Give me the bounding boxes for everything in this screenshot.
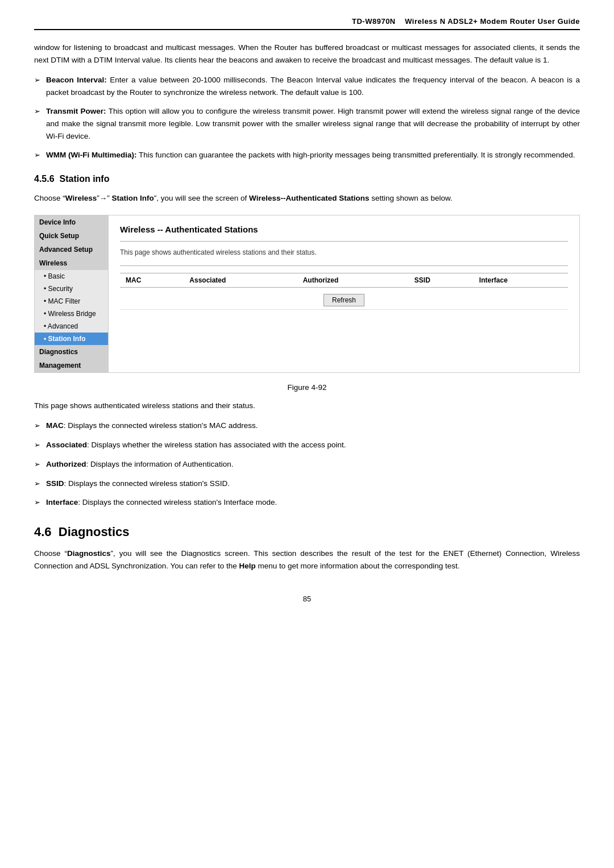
bullet-ssid-label: SSID xyxy=(46,479,64,488)
figure-caption: Figure 4-92 xyxy=(34,383,580,392)
sidebar: Device Info Quick Setup Advanced Setup W… xyxy=(35,215,109,372)
top-divider xyxy=(120,241,568,242)
section-456-heading: 4.5.6 Station info xyxy=(34,174,580,184)
sidebar-item-device-info[interactable]: Device Info xyxy=(35,215,108,229)
table-header-row: MAC Associated Authorized SSID Interface xyxy=(120,273,568,287)
diagnostics-text: Choose “Diagnostics”, you will see the D… xyxy=(34,547,580,572)
table-area: MAC Associated Authorized SSID Interface… xyxy=(120,273,568,310)
header-title: TD-W8970N Wireless N ADSL2+ Modem Router… xyxy=(352,17,580,26)
page-header: TD-W8970N Wireless N ADSL2+ Modem Router… xyxy=(34,17,580,30)
intro-station-text: Choose “Wireless”→” Station Info”, you w… xyxy=(34,192,580,205)
bullet-arrow-3: ➢ xyxy=(34,149,40,161)
bullet-beacon-text: Beacon Interval: Enter a value between 2… xyxy=(46,74,580,98)
sidebar-item-mac-filter[interactable]: • MAC Filter xyxy=(35,295,108,308)
sidebar-item-quick-setup[interactable]: Quick Setup xyxy=(35,229,108,243)
sidebar-item-management[interactable]: Management xyxy=(35,359,108,372)
bullet-arrow-associated: ➢ xyxy=(34,439,40,451)
bullet-wmm-label: WMM (Wi-Fi Multimedia): xyxy=(46,151,137,159)
table-row-empty: Refresh xyxy=(120,287,568,309)
bullet-associated-label: Associated xyxy=(46,441,87,449)
col-ssid: SSID xyxy=(409,273,474,287)
bullet-interface: ➢ Interface: Displays the connected wire… xyxy=(34,496,580,509)
main-panel: Wireless -- Authenticated Stations This … xyxy=(109,215,579,372)
intro-paragraph: window for listening to broadcast and mu… xyxy=(34,41,580,66)
table-header: MAC Associated Authorized SSID Interface xyxy=(120,273,568,287)
wireless-link: Wireless xyxy=(65,194,97,202)
diagnostics-link: Diagnostics xyxy=(67,549,111,558)
bullet-transmit-text: Transmit Power: This option will allow y… xyxy=(46,105,580,142)
bullet-associated: ➢ Associated: Displays whether the wirel… xyxy=(34,439,580,451)
bullet-ssid-text: SSID: Displays the connected wireless st… xyxy=(46,477,580,490)
bullet-beacon-label: Beacon Interval: xyxy=(46,76,107,84)
bullet-ssid: ➢ SSID: Displays the connected wireless … xyxy=(34,477,580,490)
sidebar-item-basic[interactable]: • Basic xyxy=(35,270,108,283)
col-authorized: Authorized xyxy=(297,273,409,287)
bullet-wmm: ➢ WMM (Wi-Fi Multimedia): This function … xyxy=(34,149,580,161)
bullet-mac-text: MAC: Displays the connected wireless sta… xyxy=(46,420,580,432)
bullet-beacon: ➢ Beacon Interval: Enter a value between… xyxy=(34,74,580,98)
sidebar-item-advanced-setup[interactable]: Advanced Setup xyxy=(35,243,108,256)
sidebar-item-wireless[interactable]: Wireless xyxy=(35,256,108,270)
bullet-wmm-text: WMM (Wi-Fi Multimedia): This function ca… xyxy=(46,149,580,161)
bullet-arrow-2: ➢ xyxy=(34,106,40,118)
sidebar-item-station-info[interactable]: • Station Info xyxy=(35,333,108,345)
col-associated: Associated xyxy=(184,273,297,287)
panel-title: Wireless -- Authenticated Stations xyxy=(120,225,568,234)
bullet-associated-text: Associated: Displays whether the wireles… xyxy=(46,439,580,451)
authenticated-stations-ref: Wireless--Authenticated Stations xyxy=(249,194,369,202)
bullet-interface-text: Interface: Displays the connected wirele… xyxy=(46,496,580,509)
sidebar-item-diagnostics[interactable]: Diagnostics xyxy=(35,345,108,359)
col-interface: Interface xyxy=(474,273,568,287)
col-mac: MAC xyxy=(120,273,184,287)
bullet-transmit-label: Transmit Power: xyxy=(46,107,106,115)
header-guide-title: Wireless N ADSL2+ Modem Router User Guid… xyxy=(405,17,580,26)
bullet-authorized: ➢ Authorized: Displays the information o… xyxy=(34,458,580,471)
refresh-button[interactable]: Refresh xyxy=(323,294,364,306)
below-figure-text: This page shows authenticated wireless s… xyxy=(34,400,580,412)
bullet-arrow-ssid: ➢ xyxy=(34,478,40,490)
bullet-mac-label: MAC xyxy=(46,421,64,430)
bullet-authorized-label: Authorized xyxy=(46,460,86,468)
refresh-row: Refresh xyxy=(126,290,562,306)
station-table: MAC Associated Authorized SSID Interface… xyxy=(120,273,568,310)
section-46-heading: 4.6 Diagnostics xyxy=(34,525,580,539)
panel-description: This page shows authenticated wireless s… xyxy=(120,248,568,256)
table-body: Refresh xyxy=(120,287,568,309)
header-model: TD-W8970N xyxy=(352,17,396,26)
bullet-mac: ➢ MAC: Displays the connected wireless s… xyxy=(34,420,580,432)
sidebar-item-security[interactable]: • Security xyxy=(35,283,108,295)
bullet-interface-label: Interface xyxy=(46,498,78,506)
bullet-arrow-interface: ➢ xyxy=(34,497,40,509)
bottom-divider xyxy=(120,265,568,266)
station-info-link: Station Info xyxy=(111,194,154,202)
bullet-authorized-text: Authorized: Displays the information of … xyxy=(46,458,580,471)
page-number: 85 xyxy=(34,595,580,603)
bullet-transmit: ➢ Transmit Power: This option will allow… xyxy=(34,105,580,142)
bullet-arrow-authorized: ➢ xyxy=(34,459,40,471)
bullet-arrow-mac: ➢ xyxy=(34,420,40,432)
ui-screenshot: Device Info Quick Setup Advanced Setup W… xyxy=(34,215,580,373)
sidebar-item-advanced[interactable]: • Advanced xyxy=(35,320,108,333)
bullet-arrow-1: ➢ xyxy=(34,74,40,86)
sidebar-item-wireless-bridge[interactable]: • Wireless Bridge xyxy=(35,308,108,320)
help-link: Help xyxy=(239,562,256,570)
